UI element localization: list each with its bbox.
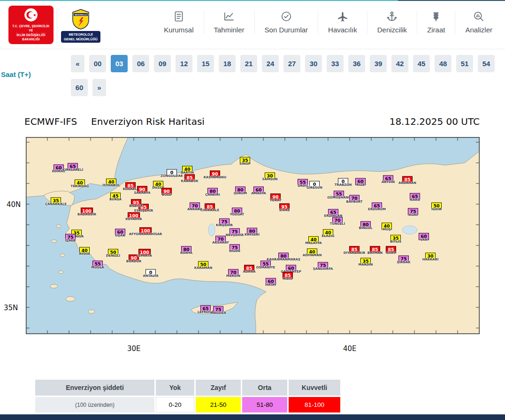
city-name-label: HATAY bbox=[265, 283, 276, 287]
city-name-label: BATMAN bbox=[367, 251, 383, 255]
legend-range-cell: 21-50 bbox=[196, 397, 241, 412]
city-name-label: ÇORUM bbox=[234, 191, 247, 195]
city-marker: 80ÇORUM bbox=[235, 185, 245, 194]
city-marker: 30HAKKARİ bbox=[425, 251, 436, 260]
city-marker: 100ISPARTA bbox=[138, 247, 151, 256]
hour-button-18[interactable]: 18 bbox=[219, 55, 236, 72]
hour-button-54[interactable]: 54 bbox=[478, 55, 495, 72]
hour-button-51[interactable]: 51 bbox=[456, 55, 473, 72]
city-marker: 70AKSARAY bbox=[215, 234, 226, 243]
nav-item-denizcilik[interactable]: Denizcilik bbox=[367, 10, 417, 34]
city-marker: 75İZMİR bbox=[65, 232, 76, 241]
city-name-label: GÜMÜŞHANE bbox=[327, 196, 351, 199]
city-name-label: ŞIRNAK bbox=[397, 260, 411, 264]
city-name-label: RİZE bbox=[356, 183, 364, 187]
city-marker: 75ŞIRNAK bbox=[398, 254, 409, 263]
city-marker: 40TEKİRDAĞ bbox=[75, 178, 85, 187]
legend-subtitle: (100 üzerinden) bbox=[35, 397, 154, 412]
city-name-label: BOLU bbox=[162, 193, 172, 197]
hour-button-15[interactable]: 15 bbox=[197, 55, 214, 72]
city-marker: 85SİİRT bbox=[386, 244, 396, 253]
mgm-name: METEOROLOJİ GENEL MÜDÜRLÜĞÜ bbox=[61, 31, 100, 43]
city-marker: 35MARDİN bbox=[360, 256, 371, 265]
mgm-logo[interactable]: METEOROLOJİ METEOROLOJİ GENEL MÜDÜRLÜĞÜ bbox=[60, 5, 101, 46]
svg-text:★: ★ bbox=[33, 13, 37, 17]
city-name-label: AMASYA bbox=[251, 191, 266, 195]
nav-item-label: Havacılık bbox=[328, 26, 357, 34]
site-header: ★ T.C. ÇEVRE, ŞEHİRCİLİK VE İKLİM DEĞİŞİ… bbox=[0, 1, 505, 49]
city-name-label: ARDAHAN bbox=[398, 181, 416, 185]
city-marker: 50IĞDIR bbox=[431, 201, 442, 210]
nav-item-son-durumlar[interactable]: Son Durumlar bbox=[254, 10, 318, 34]
city-name-label: ÇANAKKALE bbox=[45, 202, 67, 206]
nav-item-havac-l-k[interactable]: Havacılık bbox=[318, 10, 367, 34]
hour-button-00[interactable]: 00 bbox=[89, 55, 106, 72]
legend-range-cell: 81-100 bbox=[289, 397, 340, 412]
hour-next-button[interactable]: » bbox=[92, 79, 106, 96]
hour-button-42[interactable]: 42 bbox=[391, 55, 408, 72]
city-marker: 0ANTALYA bbox=[145, 267, 156, 276]
nav-item-kurumsal[interactable]: Kurumsal bbox=[154, 10, 203, 34]
city-marker: 80YOZGAT bbox=[232, 206, 242, 215]
nav-item-ziraat[interactable]: Ziraat bbox=[417, 10, 455, 34]
hour-button-30[interactable]: 30 bbox=[305, 55, 322, 72]
nav-item-analizler[interactable]: Analizler bbox=[455, 10, 502, 34]
city-marker: 0GİRESUN bbox=[309, 179, 320, 188]
city-name-label: KONYA bbox=[180, 251, 192, 255]
city-marker: 85BATMAN bbox=[370, 244, 380, 253]
hour-button-45[interactable]: 45 bbox=[413, 55, 430, 72]
city-marker: 70TUNCELİ bbox=[332, 215, 343, 224]
city-name-label: YOZGAT bbox=[230, 213, 244, 216]
hour-button-03[interactable]: 03 bbox=[111, 55, 128, 72]
city-marker: 85KOCAELİ bbox=[125, 181, 136, 190]
city-name-label: TEKİRDAĞ bbox=[71, 184, 89, 188]
city-marker: 80KAHRAMANMARAŞ bbox=[278, 251, 289, 260]
city-marker: 35SİNOP bbox=[240, 155, 250, 164]
hour-prev-button[interactable]: « bbox=[71, 55, 84, 72]
legend-level-label: Kuvvetli bbox=[289, 380, 340, 396]
hour-button-48[interactable]: 48 bbox=[435, 55, 451, 72]
hour-button-24[interactable]: 24 bbox=[262, 55, 279, 72]
ministry-name-line1: T.C. ÇEVRE, ŞEHİRCİLİK VE bbox=[10, 24, 52, 33]
svg-text:METEOROLOJİ: METEOROLOJİ bbox=[75, 14, 87, 16]
hour-button-60[interactable]: 60 bbox=[71, 79, 88, 96]
city-marker: 40İSTANBUL bbox=[106, 177, 116, 186]
city-marker: 45BURSA bbox=[110, 191, 121, 200]
mgm-name-line1: METEOROLOJİ bbox=[69, 33, 93, 36]
ministry-logo[interactable]: ★ T.C. ÇEVRE, ŞEHİRCİLİK VE İKLİM DEĞİŞİ… bbox=[8, 6, 54, 44]
city-name-label: NİĞDE bbox=[229, 249, 240, 253]
hour-button-36[interactable]: 36 bbox=[348, 55, 365, 72]
hour-button-06[interactable]: 06 bbox=[132, 55, 149, 72]
hour-button-33[interactable]: 33 bbox=[327, 55, 344, 72]
city-marker: 85KARABÜK bbox=[184, 173, 195, 182]
city-name-label: BURDUR bbox=[126, 260, 141, 263]
legend-level-label: Yok bbox=[156, 380, 194, 396]
hour-button-12[interactable]: 12 bbox=[176, 55, 192, 72]
city-name-label: ADIYAMAN bbox=[303, 253, 322, 257]
city-name-label: NEVŞEHİR bbox=[226, 233, 244, 237]
city-marker: 85KİLİS bbox=[283, 270, 293, 279]
hour-button-21[interactable]: 21 bbox=[240, 55, 257, 72]
city-marker: 30SAMSUN bbox=[265, 171, 275, 180]
city-name-label: MARDİN bbox=[358, 263, 373, 267]
plane-icon bbox=[337, 10, 349, 23]
city-marker: 100KÜTAHYA bbox=[128, 211, 140, 220]
city-name-label: BİLECİK bbox=[129, 204, 143, 208]
city-marker: 50KARAMAN bbox=[198, 260, 208, 268]
city-name-label: KARABÜK bbox=[181, 179, 199, 183]
hour-button-09[interactable]: 09 bbox=[154, 55, 171, 72]
city-marker: 35ÇANAKKALE bbox=[51, 196, 61, 205]
city-name-label: ELAZIĞ bbox=[321, 234, 334, 238]
city-marker: 90KASTAMONU bbox=[210, 169, 220, 178]
city-marker: 70MERSİN bbox=[228, 267, 238, 276]
hour-button-39[interactable]: 39 bbox=[370, 55, 387, 72]
city-name-label: KIRKLARELİ bbox=[62, 168, 84, 172]
city-marker: 50DENİZLİ bbox=[108, 247, 118, 256]
city-name-label: AKSARAY bbox=[212, 241, 229, 244]
city-name-label: BAYBURT bbox=[346, 200, 363, 204]
city-name-label: TUNCELİ bbox=[330, 222, 345, 226]
hour-button-27[interactable]: 27 bbox=[283, 55, 300, 72]
city-name-label: VAN bbox=[420, 238, 428, 242]
nav-item-tahminler[interactable]: Tahminler bbox=[204, 10, 254, 34]
x-axis-label-30e: 30E bbox=[127, 344, 141, 353]
